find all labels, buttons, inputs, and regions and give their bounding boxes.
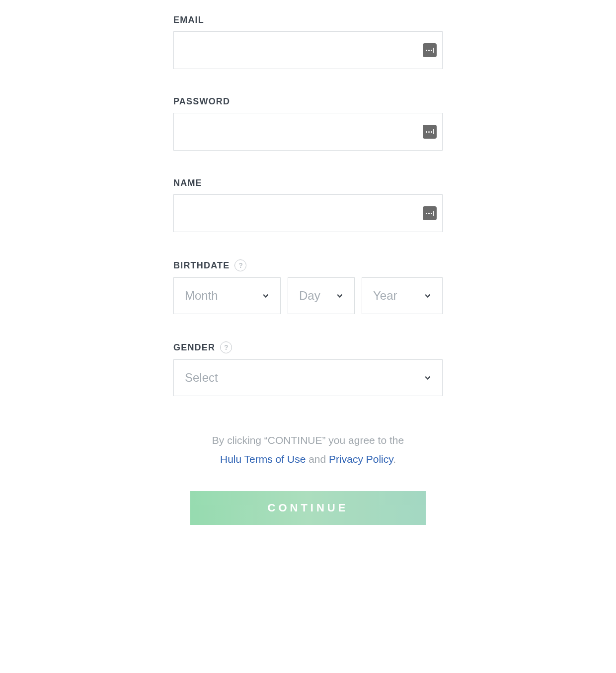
help-icon[interactable]: ? [234,259,246,271]
legal-prefix: By clicking “CONTINUE” you agree to the [212,434,404,446]
birthdate-label-row: BIRTHDATE ? [173,259,443,271]
birthdate-year-select[interactable]: Year [362,277,443,314]
chevron-down-icon [336,292,343,299]
gender-select-placeholder: Select [185,371,218,385]
continue-button[interactable]: CONTINUE [190,491,426,525]
email-input[interactable] [173,31,443,69]
password-manager-icon[interactable] [423,43,437,57]
password-input[interactable] [173,113,443,151]
name-input[interactable] [173,194,443,232]
password-manager-icon[interactable] [423,125,437,139]
name-field-group: NAME [173,178,443,232]
email-field-group: EMAIL [173,15,443,69]
password-label: PASSWORD [173,96,443,107]
password-manager-icon[interactable] [423,206,437,220]
signup-form: EMAIL PASSWORD NAME BIRTHDATE [173,15,443,525]
gender-label-row: GENDER ? [173,341,443,353]
email-input-wrapper [173,31,443,69]
birthdate-label: BIRTHDATE [173,260,230,271]
birthdate-select-row: Month Day Year [173,277,443,314]
month-select-placeholder: Month [185,289,218,303]
chevron-down-icon [262,292,269,299]
legal-text: By clicking “CONTINUE” you agree to the … [173,431,443,469]
legal-and: and [306,453,329,465]
help-icon[interactable]: ? [220,341,232,353]
name-label: NAME [173,178,443,188]
chevron-down-icon [424,292,431,299]
day-select-placeholder: Day [299,289,320,303]
terms-of-use-link[interactable]: Hulu Terms of Use [220,453,306,465]
name-input-wrapper [173,194,443,232]
gender-field-group: GENDER ? Select [173,341,443,396]
legal-suffix: . [393,453,396,465]
privacy-policy-link[interactable]: Privacy Policy [329,453,393,465]
birthdate-field-group: BIRTHDATE ? Month Day [173,259,443,314]
gender-select[interactable]: Select [173,359,443,396]
birthdate-day-select[interactable]: Day [288,277,355,314]
year-select-placeholder: Year [373,289,397,303]
email-label: EMAIL [173,15,443,25]
password-field-group: PASSWORD [173,96,443,151]
gender-label: GENDER [173,342,215,353]
chevron-down-icon [424,374,431,381]
password-input-wrapper [173,113,443,151]
birthdate-month-select[interactable]: Month [173,277,281,314]
